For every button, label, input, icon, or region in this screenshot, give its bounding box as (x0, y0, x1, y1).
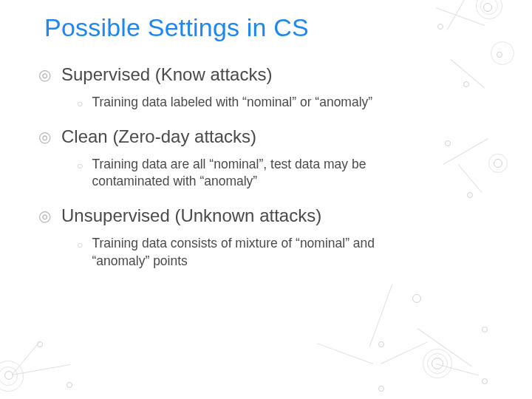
bullet-icon: ◎ (38, 129, 51, 144)
section-supervised: ◎ Supervised (Know attacks) ○ Training d… (44, 64, 497, 112)
section-unsupervised: ◎ Unsupervised (Unknown attacks) ○ Train… (44, 205, 497, 270)
section-clean: ◎ Clean (Zero-day attacks) ○ Training da… (44, 126, 497, 191)
sub-bullet-icon: ○ (77, 237, 83, 252)
bullet-icon: ◎ (38, 67, 51, 82)
sub-bullet-icon: ○ (77, 96, 83, 111)
section-heading: Clean (Zero-day attacks) (61, 126, 256, 147)
section-heading: Supervised (Know attacks) (61, 64, 272, 85)
section-subtext: Training data labeled with “nominal” or … (92, 94, 372, 112)
bullet-icon: ◎ (38, 208, 51, 223)
section-heading: Unsupervised (Unknown attacks) (61, 205, 321, 226)
slide-title: Possible Settings in CS (44, 13, 497, 42)
section-subtext: Training data are all “nominal”, test da… (92, 156, 417, 191)
slide-content: Possible Settings in CS ◎ Supervised (Kn… (0, 0, 532, 270)
section-subtext: Training data consists of mixture of “no… (92, 235, 417, 270)
sub-bullet-icon: ○ (77, 158, 83, 173)
